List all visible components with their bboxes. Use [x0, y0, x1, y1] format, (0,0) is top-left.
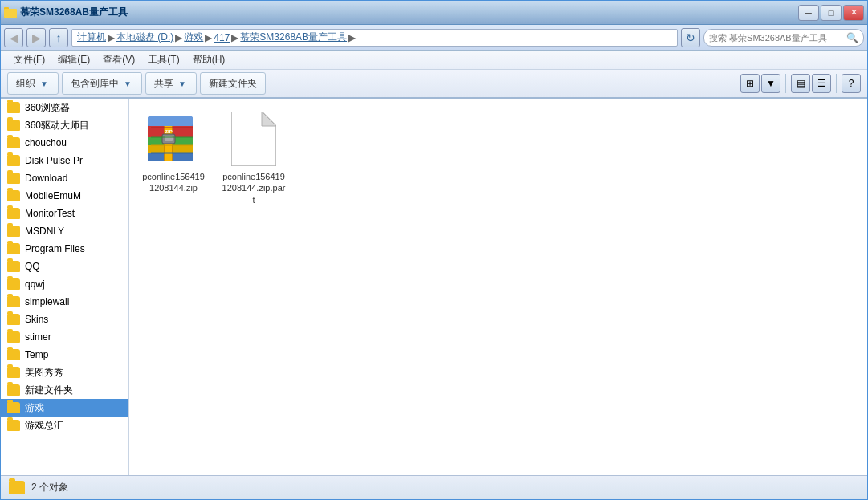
sidebar-item-chouchou[interactable]: chouchou [1, 134, 128, 152]
include-library-button[interactable]: 包含到库中 ▼ [62, 72, 142, 95]
sidebar-item-diskpulse[interactable]: Disk Pulse Pr [1, 152, 128, 169]
new-folder-button[interactable]: 新建文件夹 [200, 72, 266, 95]
sidebar-item-msdnly[interactable]: MSDNLY [1, 222, 128, 240]
path-417[interactable]: 417 [214, 32, 230, 43]
sidebar-item-qq[interactable]: QQ [1, 258, 128, 275]
menu-edit[interactable]: 编辑(E) [51, 51, 96, 68]
maximize-button[interactable]: □ [821, 5, 842, 21]
back-button[interactable]: ◀ [4, 28, 23, 47]
details-pane-button[interactable]: ☰ [812, 74, 831, 93]
status-count: 2 个对象 [31, 481, 68, 494]
folder-icon [7, 349, 20, 360]
sidebar-item-monitortest[interactable]: MonitorTest [1, 205, 128, 222]
folder-icon [7, 208, 20, 219]
zip-file-icon: ZIP [145, 110, 202, 168]
folder-icon [7, 420, 20, 431]
folder-icon [7, 261, 20, 272]
address-path[interactable]: 计算机 ▶ 本地磁盘 (D:) ▶ 游戏 ▶ 417 ▶ 慕荣SM3268AB量… [71, 29, 678, 47]
menu-bar: 文件(F) 编辑(E) 查看(V) 工具(T) 帮助(H) [1, 51, 867, 70]
folder-icon [7, 190, 20, 201]
up-button[interactable]: ↑ [49, 28, 68, 47]
refresh-button[interactable]: ↻ [681, 28, 700, 47]
search-icon[interactable]: 🔍 [846, 31, 858, 44]
folder-icon [7, 296, 20, 307]
title-bar: 慕荣SM3268AB量产工具 ─ □ ✕ [1, 1, 867, 25]
sidebar: 360浏览器 360驱动大师目 chouchou Disk Pulse Pr D… [1, 99, 129, 475]
sidebar-item-meitu[interactable]: 美图秀秀 [1, 364, 128, 381]
sidebar-item-temp[interactable]: Temp [1, 346, 128, 364]
folder-icon [7, 278, 20, 290]
preview-pane-button[interactable]: ▤ [791, 74, 810, 93]
folder-icon [7, 173, 20, 184]
file-item-zip[interactable]: ZIP pconline156419 1208144.zip [137, 107, 210, 209]
view-icons: ⊞ ▼ ▤ ☰ ? [740, 74, 861, 93]
title-controls: ─ □ ✕ [798, 5, 864, 21]
share-button[interactable]: 共享 ▼ [145, 72, 197, 95]
library-dropdown-icon[interactable]: ▼ [122, 78, 133, 89]
folder-icon [7, 314, 20, 325]
title-text: 慕荣SM3268AB量产工具 [20, 6, 128, 19]
folder-icon [7, 120, 20, 131]
part-file-label: pconline156419 1208144.zip.par t [221, 171, 287, 205]
folder-icon [7, 243, 20, 254]
svg-rect-13 [148, 116, 193, 126]
sidebar-item-download[interactable]: Download [1, 169, 128, 187]
sidebar-item-newfolder[interactable]: 新建文件夹 [1, 381, 128, 399]
sidebar-item-mobileemu[interactable]: MobileEmuM [1, 187, 128, 205]
zip-icon-container: ZIP [145, 110, 202, 168]
folder-icon [7, 137, 20, 148]
menu-help[interactable]: 帮助(H) [186, 51, 232, 68]
sidebar-item-simplewall[interactable]: simplewall [1, 293, 128, 311]
title-folder-icon [4, 6, 17, 19]
folder-icon [7, 102, 20, 113]
menu-file[interactable]: 文件(F) [7, 51, 51, 68]
sidebar-item-stimer[interactable]: stimer [1, 328, 128, 346]
sidebar-item-360driver[interactable]: 360驱动大师目 [1, 116, 128, 134]
folder-icon [7, 384, 20, 396]
forward-button[interactable]: ▶ [26, 28, 46, 47]
file-area: ZIP pconline156419 1208144.zip pc [129, 99, 867, 475]
view-toggle-button[interactable]: ⊞ [740, 74, 760, 93]
sidebar-item-gamesall[interactable]: 游戏总汇 [1, 417, 128, 434]
help-button[interactable]: ? [842, 74, 861, 93]
sidebar-item-360browser[interactable]: 360浏览器 [1, 99, 128, 116]
folder-icon [7, 226, 20, 237]
folder-icon [7, 367, 20, 378]
address-bar: ◀ ▶ ↑ 计算机 ▶ 本地磁盘 (D:) ▶ 游戏 ▶ 417 ▶ 慕荣SM3… [1, 25, 867, 51]
share-dropdown-icon[interactable]: ▼ [177, 78, 188, 89]
path-drive[interactable]: 本地磁盘 (D:) [116, 30, 173, 44]
sidebar-item-games[interactable]: 游戏 [1, 399, 128, 417]
window: 慕荣SM3268AB量产工具 ─ □ ✕ ◀ ▶ ↑ 计算机 ▶ 本地磁盘 (D… [0, 0, 868, 500]
view-menu-button[interactable]: ▼ [761, 74, 780, 93]
status-bar: 2 个对象 [1, 475, 867, 499]
organize-button[interactable]: 组织 ▼ [7, 72, 59, 95]
close-button[interactable]: ✕ [843, 5, 864, 21]
svg-text:ZIP: ZIP [165, 129, 172, 134]
folder-icon [7, 402, 20, 413]
organize-dropdown-icon[interactable]: ▼ [39, 78, 50, 89]
menu-view[interactable]: 查看(V) [96, 51, 141, 68]
status-folder-icon [9, 481, 25, 494]
path-current[interactable]: 慕荣SM3268AB量产工具 [240, 30, 347, 44]
content-area: 360浏览器 360驱动大师目 chouchou Disk Pulse Pr D… [1, 99, 867, 475]
zip-file-label: pconline156419 1208144.zip [141, 171, 206, 194]
folder-icon [7, 331, 20, 343]
menu-tools[interactable]: 工具(T) [141, 51, 185, 68]
title-bar-left: 慕荣SM3268AB量产工具 [4, 6, 128, 19]
folder-icon [7, 155, 20, 166]
path-computer[interactable]: 计算机 [77, 30, 106, 44]
part-icon-container [225, 110, 283, 168]
toolbar: 组织 ▼ 包含到库中 ▼ 共享 ▼ 新建文件夹 ⊞ ▼ ▤ ☰ ? [1, 70, 867, 99]
sidebar-item-qqwj[interactable]: qqwj [1, 275, 128, 293]
sidebar-item-programfiles[interactable]: Program Files [1, 240, 128, 258]
sidebar-item-skins[interactable]: Skins [1, 311, 128, 328]
minimize-button[interactable]: ─ [798, 5, 819, 21]
svg-rect-2 [4, 9, 17, 18]
path-games[interactable]: 游戏 [184, 30, 203, 44]
search-input[interactable] [709, 33, 846, 43]
search-box[interactable]: 🔍 [703, 29, 864, 47]
part-file-icon [231, 112, 276, 166]
file-item-part[interactable]: pconline156419 1208144.zip.par t [218, 107, 290, 209]
svg-marker-20 [262, 112, 276, 126]
